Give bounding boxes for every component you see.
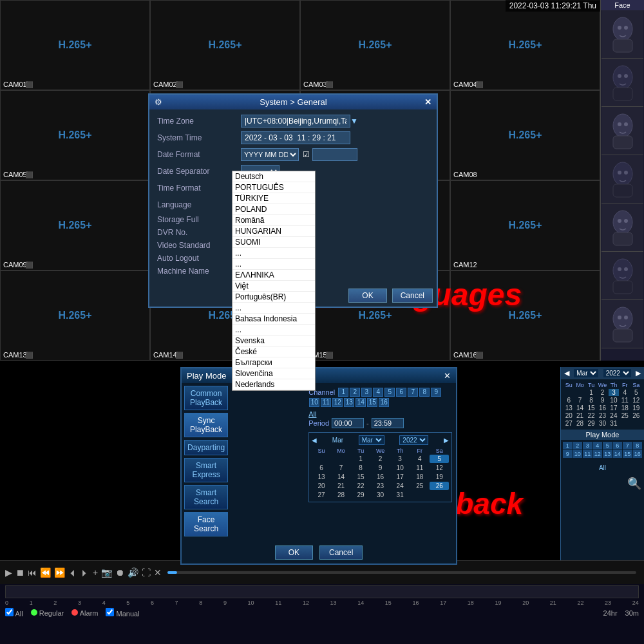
cal-day-23[interactable]: 23 bbox=[371, 482, 390, 490]
lang-item-bulgarian[interactable]: Български bbox=[232, 357, 315, 368]
prev-frame-button[interactable]: ⏮ bbox=[28, 567, 37, 578]
smart-express-btn[interactable]: Smart Express bbox=[184, 458, 228, 482]
rd-1[interactable]: 1 bbox=[586, 389, 596, 396]
cal-day-28[interactable]: 28 bbox=[332, 491, 351, 499]
all-checkbox-label[interactable]: All bbox=[5, 608, 23, 618]
lang-item-portugues[interactable]: PORTUGUÊS bbox=[232, 182, 315, 193]
cal-day-2[interactable]: 2 bbox=[371, 455, 390, 463]
rd-17[interactable]: 17 bbox=[609, 404, 619, 412]
cam-cell-1[interactable]: H.265+ CAM01 ⬛ bbox=[0, 0, 150, 90]
rd-25[interactable]: 25 bbox=[620, 412, 630, 419]
ch-btn-10[interactable]: 10 bbox=[309, 398, 319, 407]
all-channels-link[interactable]: All bbox=[308, 410, 452, 418]
rd-22[interactable]: 22 bbox=[586, 412, 596, 419]
all-checkbox[interactable] bbox=[5, 608, 14, 616]
rd-15[interactable]: 15 bbox=[586, 404, 596, 412]
cal-day-22[interactable]: 22 bbox=[351, 482, 370, 490]
cal-day-27[interactable]: 27 bbox=[312, 491, 331, 499]
lang-item-suomi[interactable]: SUOMI bbox=[232, 237, 315, 248]
stop-button[interactable]: ⏹ bbox=[15, 567, 24, 578]
cam-cell-8[interactable]: H.265+ CAM08 bbox=[450, 90, 600, 180]
right-year-select[interactable]: 2022 bbox=[603, 369, 631, 377]
timeline-bar[interactable] bbox=[5, 585, 639, 598]
cal-month-select[interactable]: Mar bbox=[359, 435, 384, 445]
cal-day-1[interactable]: 1 bbox=[351, 455, 370, 463]
ch-btn-11[interactable]: 11 bbox=[321, 398, 331, 407]
cal-day-30[interactable]: 30 bbox=[371, 491, 390, 499]
ch-btn-2[interactable]: 2 bbox=[350, 388, 360, 397]
ch-btn-7[interactable]: 7 bbox=[408, 388, 418, 397]
cal-day-13[interactable]: 13 bbox=[312, 473, 331, 481]
cam-cell-2[interactable]: H.265+ CAM02 ⬛ bbox=[150, 0, 300, 90]
right-all-label[interactable]: All bbox=[599, 464, 606, 471]
rd-5[interactable]: 5 bbox=[631, 389, 641, 396]
rd-7[interactable]: 7 bbox=[574, 397, 585, 404]
lang-item-hungarian[interactable]: HUNGARIAN bbox=[232, 226, 315, 237]
lang-item-dot3[interactable]: ... bbox=[232, 303, 315, 314]
system-cancel-button[interactable]: Cancel bbox=[392, 289, 433, 303]
rch-4[interactable]: 4 bbox=[593, 442, 603, 450]
screenshot-button[interactable]: 📷 bbox=[101, 567, 112, 578]
fullscreen-button[interactable]: ⛶ bbox=[142, 567, 151, 578]
ch-btn-1[interactable]: 1 bbox=[338, 388, 348, 397]
cal-day-16[interactable]: 16 bbox=[371, 473, 390, 481]
lang-item-ptbr[interactable]: Português(BR) bbox=[232, 292, 315, 303]
lang-item-poland[interactable]: POLAND bbox=[232, 204, 315, 215]
rch-16[interactable]: 16 bbox=[633, 450, 643, 458]
cal-year-select[interactable]: 2022 bbox=[399, 435, 428, 445]
cam-cell-12[interactable]: H.265+ CAM12 bbox=[450, 180, 600, 270]
rd-16[interactable]: 16 bbox=[597, 404, 607, 412]
rch-2[interactable]: 2 bbox=[573, 442, 583, 450]
rd-13[interactable]: 13 bbox=[564, 404, 574, 412]
progress-bar[interactable] bbox=[167, 571, 636, 574]
rd-27[interactable]: 27 bbox=[564, 420, 574, 427]
lang-item-slovenčina[interactable]: Slovenčina bbox=[232, 368, 315, 379]
right-cal-prev[interactable]: ◀ bbox=[564, 369, 569, 377]
cal-day-3[interactable]: 3 bbox=[390, 455, 410, 463]
rd-3[interactable]: 3 bbox=[609, 389, 619, 396]
rch-14[interactable]: 14 bbox=[613, 450, 623, 458]
rd-8[interactable]: 8 bbox=[586, 397, 596, 404]
play-dialog-close[interactable]: ✕ bbox=[444, 371, 451, 381]
rd-18[interactable]: 18 bbox=[620, 404, 630, 412]
rd-14[interactable]: 14 bbox=[574, 404, 585, 412]
manual-checkbox[interactable] bbox=[106, 608, 114, 616]
sync-playback-btn[interactable]: Sync PlayBack bbox=[184, 413, 228, 437]
rd-31[interactable]: 31 bbox=[609, 420, 619, 427]
ch-btn-12[interactable]: 12 bbox=[332, 398, 343, 407]
face-search-btn[interactable]: Face Search bbox=[184, 512, 228, 536]
lang-item-romana[interactable]: Română bbox=[232, 215, 315, 226]
close-ctrl-button[interactable]: ✕ bbox=[154, 567, 162, 578]
ch-btn-16[interactable]: 16 bbox=[379, 398, 389, 407]
date-extra-input[interactable] bbox=[312, 148, 357, 161]
rch-1[interactable]: 1 bbox=[563, 442, 573, 450]
lang-item-dot4[interactable]: ... bbox=[232, 325, 315, 336]
rd-9[interactable]: 9 bbox=[597, 397, 607, 404]
audio-button[interactable]: 🔊 bbox=[128, 567, 138, 578]
ch-btn-9[interactable]: 9 bbox=[431, 388, 441, 397]
lang-item-ceske[interactable]: České bbox=[232, 346, 315, 357]
dayparting-btn[interactable]: Dayparting bbox=[184, 440, 228, 455]
cal-day-15[interactable]: 15 bbox=[351, 473, 370, 481]
rd-2[interactable]: 2 bbox=[597, 389, 607, 396]
add-button[interactable]: + bbox=[93, 567, 98, 578]
right-all-link[interactable]: All bbox=[561, 460, 644, 474]
ch-btn-4[interactable]: 4 bbox=[373, 388, 383, 397]
rd-4[interactable]: 4 bbox=[620, 389, 630, 396]
cal-day-25[interactable]: 25 bbox=[410, 482, 430, 490]
rd-26[interactable]: 26 bbox=[631, 412, 641, 419]
cal-day-8[interactable]: 8 bbox=[351, 464, 370, 472]
period-end-input[interactable] bbox=[372, 418, 404, 428]
next-button[interactable]: ⏵ bbox=[80, 567, 90, 578]
rch-3[interactable]: 3 bbox=[583, 442, 592, 450]
cal-day-21[interactable]: 21 bbox=[332, 482, 351, 490]
rch-10[interactable]: 10 bbox=[573, 450, 583, 458]
lang-item-dot1[interactable]: ... bbox=[232, 248, 315, 259]
lang-item-svenska[interactable]: Svenska bbox=[232, 336, 315, 346]
rch-13[interactable]: 13 bbox=[603, 450, 612, 458]
right-search-icon[interactable]: 🔍 bbox=[627, 477, 641, 490]
lang-item-greek[interactable]: ΕΛΛΗΝΙΚΑ bbox=[232, 270, 315, 281]
ch-btn-8[interactable]: 8 bbox=[419, 388, 430, 397]
cal-day-9[interactable]: 9 bbox=[371, 464, 390, 472]
timezone-input[interactable] bbox=[241, 115, 350, 128]
